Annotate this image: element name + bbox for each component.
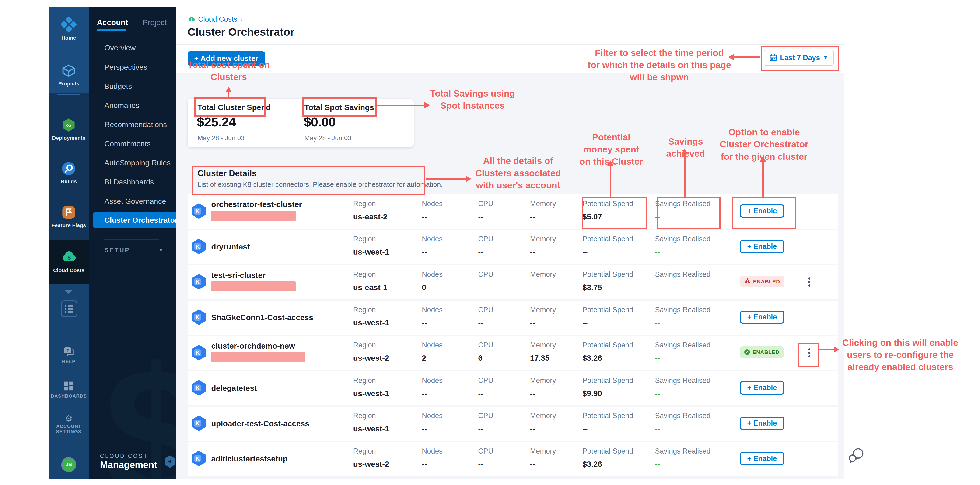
setup-section-label[interactable]: SETUP [104,247,130,254]
sidebar-item-commitments[interactable]: Commitments [104,139,151,148]
enable-cluster-button[interactable]: + Enable [740,381,784,394]
cpu-label: CPU [478,341,493,349]
cluster-name: dryruntest [211,242,250,251]
cpu-value: -- [478,247,493,257]
cluster-orchestrator-page: Home Projects ∞ Deployments Buil [0,0,980,485]
annotation-reconfigure: Clicking on this will enableusers to re-… [836,337,964,373]
deployments-icon: ∞ [61,124,76,135]
spend-cell: Potential Spend-- [582,412,633,433]
cpu-label: CPU [478,447,493,455]
cpu-value: 6 [478,354,493,363]
savings-value: -- [655,283,711,292]
svg-text:K: K [196,279,200,285]
redacted-identifier-bar [211,281,296,292]
collapse-sidebar-button[interactable] [164,455,175,471]
savings-cell: Savings Realised-- [655,412,711,433]
total-cluster-spend-period: May 28 - Jun 03 [197,134,245,142]
sidebar-item-deployments[interactable]: ∞ Deployments [49,117,89,141]
svg-text:K: K [196,455,200,462]
nodes-cell: Nodes-- [422,200,442,221]
chevron-down-icon[interactable] [64,290,73,294]
svg-text:$: $ [191,18,192,21]
nodes-value: -- [422,460,442,469]
chat-support-icon[interactable] [848,447,864,466]
region-label: Region [353,270,387,279]
redacted-identifier-bar [211,352,305,362]
cluster-name: orchestrator-test-cluster [211,200,302,209]
svg-text:$: $ [67,254,71,261]
sidebar-item-asset-governance[interactable]: Asset Governance [104,197,166,206]
annotation-filter: Filter to select the time periodfor whic… [587,47,731,84]
setup-chevron-icon[interactable]: ▾ [159,246,162,254]
sidebar-item-autostopping-rules[interactable]: AutoStopping Rules [104,158,170,167]
memory-cell: Memory-- [530,376,556,398]
kubernetes-cluster-icon: K [191,309,206,328]
sidebar-item-home[interactable]: Home [49,16,89,41]
help-chat-icon: ? [63,347,75,359]
nodes-cell: Nodes0 [422,270,442,292]
sidebar-item-bi-dashboards[interactable]: BI Dashboards [104,178,154,186]
builds-icon [61,167,76,178]
savings-value: -- [655,318,711,327]
spend-label: Potential Spend [582,447,633,455]
cluster-row: Ktest-sri-clusterRegionus-east-1Nodes0CP… [188,265,838,300]
savings-value: -- [655,354,711,363]
user-avatar[interactable]: JB [62,458,75,471]
spend-value: $9.90 [582,389,633,398]
savings-label: Savings Realised [655,235,711,243]
feature-flags-icon [61,211,76,222]
sidebar-item-overview[interactable]: Overview [104,44,135,52]
sidebar-item-account-settings[interactable]: ⚙ ACCOUNT SETTINGS [49,412,89,434]
sidebar-item-dashboards[interactable]: DASHBOARDS [49,381,89,399]
enable-cluster-button[interactable]: + Enable [740,240,784,253]
svg-text:K: K [196,385,200,391]
savings-cell: Savings Realised-- [655,235,711,257]
sidebar-item-projects[interactable]: Projects [49,63,89,87]
savings-cell: Savings Realised-- [655,270,711,292]
tab-account[interactable]: Account [97,18,128,27]
cpu-cell: CPU-- [478,376,493,398]
sidebar-item-budgets[interactable]: Budgets [104,82,132,91]
cpu-label: CPU [478,235,493,243]
svg-text:K: K [196,350,200,356]
sidebar-item-cloud-costs[interactable]: $ Cloud Costs [49,250,89,273]
sidebar-item-help[interactable]: ? HELP [49,347,89,365]
cluster-name: cluster-orchdemo-new [211,342,295,350]
kubernetes-cluster-icon: K [191,415,206,434]
kebab-menu-icon[interactable] [805,274,814,290]
sidebar-item-cluster-orchestrator[interactable]: Cluster Orchestrator [93,212,176,228]
sidebar-item-anomalies[interactable]: Anomalies [104,101,139,110]
annotation-box-date-filter [760,46,839,71]
cluster-row: KdryruntestRegionus-west-1Nodes--CPU--Me… [188,230,838,264]
sidebar-item-perspectives[interactable]: Perspectives [104,63,147,71]
sidebar-item-builds[interactable]: Builds [49,161,89,185]
cluster-name: aditiclustertestsetup [211,455,288,463]
gear-icon: ⚙ [65,414,73,423]
module-grid-button[interactable] [60,300,78,317]
sidebar-item-feature-flags[interactable]: Feature Flags [49,205,89,228]
nodes-label: Nodes [422,341,442,349]
spend-value: -- [582,247,633,257]
cpu-label: CPU [478,200,493,208]
sidebar-item-recommendations[interactable]: Recommendations [104,120,167,129]
enable-cluster-button[interactable]: + Enable [740,452,784,465]
enable-cluster-button[interactable]: + Enable [740,417,784,430]
nodes-value: -- [422,318,442,327]
annotation-box-enable-button [732,197,796,229]
tab-project[interactable]: Project [143,18,167,27]
nodes-cell: Nodes-- [422,376,442,398]
enable-cluster-button[interactable]: + Enable [740,311,784,323]
annotation-potential-spend: Potentialmoney spenton this Cluster [571,131,652,168]
nodes-label: Nodes [422,200,442,208]
memory-cell: Memory-- [530,412,556,433]
region-value: us-west-1 [353,389,389,398]
nodes-cell: Nodes-- [422,306,442,327]
memory-label: Memory [530,306,556,314]
module-eyebrow: CLOUD COST [100,453,148,460]
menu-divider [104,239,159,240]
region-value: us-east-2 [353,212,387,221]
annotation-box-potential-spend [582,197,647,229]
cluster-row: Kuploader-test-Cost-accessRegionus-west-… [188,407,838,441]
breadcrumb-link[interactable]: Cloud Costs [198,15,237,24]
memory-cell: Memory-- [530,200,556,221]
